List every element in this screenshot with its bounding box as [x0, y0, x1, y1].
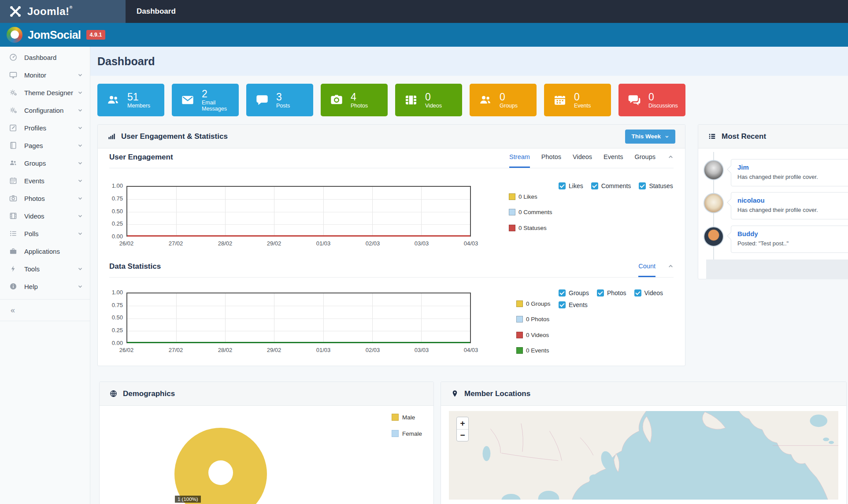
x-tick: 02/03 [359, 347, 386, 353]
activity-item: nicolaou Has changed their profile cover… [731, 192, 848, 219]
users-icon [9, 159, 18, 167]
checkbox-groups[interactable]: Groups [559, 289, 589, 296]
chevron-down-icon [78, 266, 83, 271]
y-tick: 0.00 [98, 340, 123, 346]
chevron-down-icon [78, 72, 83, 78]
sidebar-item-help[interactable]: Help [0, 278, 90, 295]
checkbox-likes[interactable]: Likes [559, 182, 583, 189]
checkbox-statuses[interactable]: Statuses [639, 182, 673, 189]
panel-header: User Engagement & Statistics This Week [98, 125, 685, 148]
y-tick: 0.50 [98, 208, 123, 215]
gears-icon [9, 88, 18, 97]
sidebar-collapse-button[interactable]: « [0, 300, 90, 321]
sidebar-item-videos[interactable]: Videos [0, 207, 90, 225]
zoom-out-button[interactable]: − [457, 429, 468, 441]
x-tick: 01/03 [310, 240, 337, 247]
sidebar-item-groups[interactable]: Groups [0, 154, 90, 172]
sidebar-item-label: Profiles [24, 124, 78, 132]
activity-text: Posted: "Test post.." [737, 240, 848, 247]
stat-card-discussions[interactable]: 0Discussions [618, 84, 685, 116]
period-dropdown-button[interactable]: This Week [625, 130, 675, 144]
edit-icon [9, 123, 18, 132]
zoom-in-button[interactable]: + [457, 417, 468, 429]
user-link[interactable]: Jim [737, 163, 749, 171]
stat-value: 0 [574, 91, 591, 103]
legend-item: Male [392, 414, 415, 421]
user-link[interactable]: Buddy [737, 230, 758, 237]
series-checkboxes: Events [559, 301, 588, 308]
stat-card-photos[interactable]: 4Photos [321, 84, 388, 116]
stat-card-email-messages[interactable]: 2Email Messages [172, 84, 239, 116]
sidebar-item-label: Tools [24, 265, 78, 273]
checkbox-checked-icon [639, 182, 646, 189]
y-tick: 1.00 [98, 289, 123, 296]
tab-count[interactable]: Count [638, 263, 655, 277]
checkbox-photos[interactable]: Photos [597, 289, 626, 296]
sidebar-item-tools[interactable]: Tools [0, 260, 90, 278]
stat-value: 51 [127, 91, 150, 103]
tab-photos[interactable]: Photos [541, 153, 561, 168]
stat-value: 3 [276, 91, 290, 103]
chevron-down-icon [78, 160, 83, 166]
monitor-icon [9, 70, 18, 79]
stat-value: 4 [351, 91, 368, 103]
x-tick: 03/03 [408, 240, 435, 247]
sidebar-item-monitor[interactable]: Monitor [0, 66, 90, 84]
chevron-down-icon [78, 178, 83, 183]
tab-stream[interactable]: Stream [509, 153, 530, 168]
sidebar-item-events[interactable]: Events [0, 172, 90, 189]
list-icon [708, 132, 716, 141]
sidebar-item-dashboard[interactable]: Dashboard [0, 48, 90, 66]
sidebar-item-label: Dashboard [24, 54, 83, 61]
chat-icon [255, 93, 269, 107]
donut-hole [208, 460, 233, 485]
sidebar-item-polls[interactable]: Polls [0, 225, 90, 242]
section-title: Data Statistics [109, 262, 161, 271]
panel-footer [706, 259, 848, 279]
admin-page-title: Dashboard [126, 0, 176, 23]
stat-label: Photos [351, 103, 368, 109]
checkbox-videos[interactable]: Videos [634, 289, 663, 296]
chevron-up-icon[interactable] [668, 154, 674, 160]
x-tick: 02/03 [359, 240, 386, 247]
sidebar-item-pages[interactable]: Pages [0, 137, 90, 154]
stat-card-groups[interactable]: 0Groups [470, 84, 537, 116]
user-engagement-chart [126, 186, 471, 237]
x-tick: 29/02 [260, 347, 288, 353]
stat-card-members[interactable]: 51Members [97, 84, 164, 116]
sidebar-item-applications[interactable]: Applications [0, 242, 90, 260]
y-tick: 0.00 [98, 233, 123, 240]
legend-item: 0 Likes [509, 193, 537, 200]
stat-label: Videos [425, 103, 442, 109]
avatar[interactable] [704, 193, 724, 213]
chevron-up-icon[interactable] [668, 263, 674, 269]
tab-groups[interactable]: Groups [634, 153, 655, 168]
tab-videos[interactable]: Videos [573, 153, 592, 168]
jomsocial-logo-text: JomSocial [28, 29, 81, 41]
sidebar-item-label: Configuration [24, 107, 78, 114]
avatar[interactable] [704, 160, 724, 180]
tab-events[interactable]: Events [604, 153, 623, 168]
joomla-brand[interactable]: Joomla!® [0, 0, 126, 23]
sidebar-item-photos[interactable]: Photos [0, 189, 90, 207]
period-label: This Week [631, 133, 661, 140]
chevron-down-icon [78, 143, 83, 148]
sidebar-item-configuration[interactable]: Configuration [0, 101, 90, 119]
stat-card-videos[interactable]: 0Videos [395, 84, 462, 116]
x-tick: 04/03 [457, 347, 485, 353]
top-admin-bar: Joomla!® Dashboard [0, 0, 848, 23]
world-map[interactable]: + − [449, 411, 838, 500]
checkbox-checked-icon [559, 301, 566, 308]
avatar[interactable] [704, 226, 724, 247]
stat-card-posts[interactable]: 3Posts [246, 84, 313, 116]
sidebar-item-theme-designer[interactable]: Theme Designer [0, 84, 90, 101]
data-statistics-chart [126, 293, 471, 343]
user-link[interactable]: nicolaou [737, 196, 765, 204]
stat-card-events[interactable]: 0Events [544, 84, 611, 116]
checkbox-events[interactable]: Events [559, 301, 588, 308]
panel-title: User Engagement & Statistics [121, 132, 228, 141]
stat-label: Groups [500, 103, 518, 109]
checkbox-comments[interactable]: Comments [591, 182, 631, 189]
sidebar-item-profiles[interactable]: Profiles [0, 119, 90, 137]
most-recent-panel: Most Recent Jim Has changed their profil… [698, 124, 848, 279]
